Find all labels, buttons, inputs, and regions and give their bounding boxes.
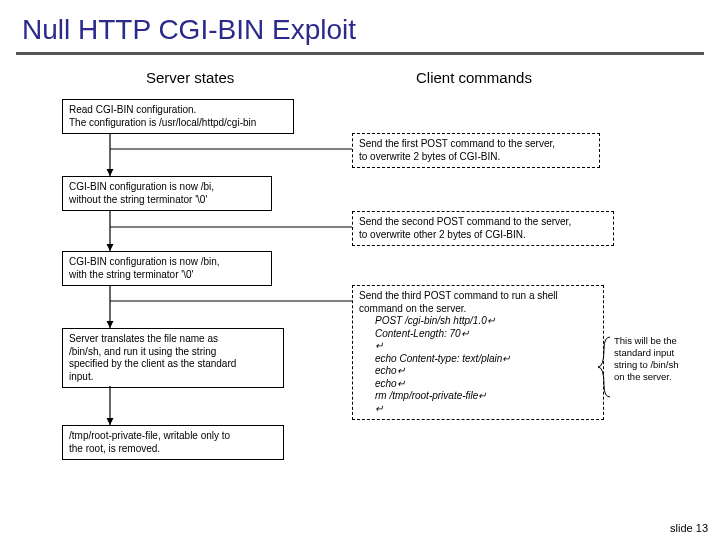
diagram-stage: Server states Client commands Read CGI-B…	[0, 63, 720, 493]
text: to overwrite 2 bytes of CGI-BIN.	[359, 151, 500, 162]
text: Send the second POST command to the serv…	[359, 216, 571, 227]
server-box-1: Read CGI-BIN configuration. The configur…	[62, 99, 294, 134]
text: echo↵	[359, 378, 405, 389]
text: ↵	[359, 403, 383, 414]
text: echo↵	[359, 365, 405, 376]
client-commands-header: Client commands	[416, 69, 532, 86]
slide-title: Null HTTP CGI-BIN Exploit	[0, 0, 720, 50]
text: Send the third POST command to run a she…	[359, 290, 558, 301]
text: ↵	[359, 340, 383, 351]
text: to overwrite other 2 bytes of CGI-BIN.	[359, 229, 526, 240]
text: string to /bin/sh	[614, 359, 678, 370]
text: Send the first POST command to the serve…	[359, 138, 555, 149]
slide-number: slide 13	[670, 522, 708, 534]
text: /tmp/root-private-file, writable only to	[69, 430, 230, 441]
server-states-header: Server states	[146, 69, 234, 86]
text: the root, is removed.	[69, 443, 160, 454]
server-box-5: /tmp/root-private-file, writable only to…	[62, 425, 284, 460]
text: The configuration is /usr/local/httpd/cg…	[69, 117, 256, 128]
text: CGI-BIN configuration is now /bi,	[69, 181, 214, 192]
client-box-2: Send the second POST command to the serv…	[352, 211, 614, 246]
text: echo Content-type: text/plain↵	[359, 353, 510, 364]
text: Content-Length: 70↵	[359, 328, 469, 339]
side-note: This will be the standard input string t…	[614, 335, 710, 383]
text: on the server.	[614, 371, 672, 382]
text: standard input	[614, 347, 674, 358]
text: command on the server.	[359, 303, 466, 314]
text: POST /cgi-bin/sh http/1.0↵	[359, 315, 495, 326]
text: rm /tmp/root-private-file↵	[359, 390, 486, 401]
client-box-3: Send the third POST command to run a she…	[352, 285, 604, 420]
client-box-1: Send the first POST command to the serve…	[352, 133, 600, 168]
text: without the string terminator '\0'	[69, 194, 207, 205]
server-box-3: CGI-BIN configuration is now /bin, with …	[62, 251, 272, 286]
text: This will be the	[614, 335, 677, 346]
text: Server translates the file name as	[69, 333, 218, 344]
text: with the string terminator '\0'	[69, 269, 193, 280]
server-box-2: CGI-BIN configuration is now /bi, withou…	[62, 176, 272, 211]
text: /bin/sh, and run it using the string	[69, 346, 216, 357]
text: specified by the client as the standard	[69, 358, 236, 369]
text: CGI-BIN configuration is now /bin,	[69, 256, 220, 267]
text: Read CGI-BIN configuration.	[69, 104, 196, 115]
title-rule	[16, 52, 704, 55]
text: input.	[69, 371, 93, 382]
server-box-4: Server translates the file name as /bin/…	[62, 328, 284, 388]
